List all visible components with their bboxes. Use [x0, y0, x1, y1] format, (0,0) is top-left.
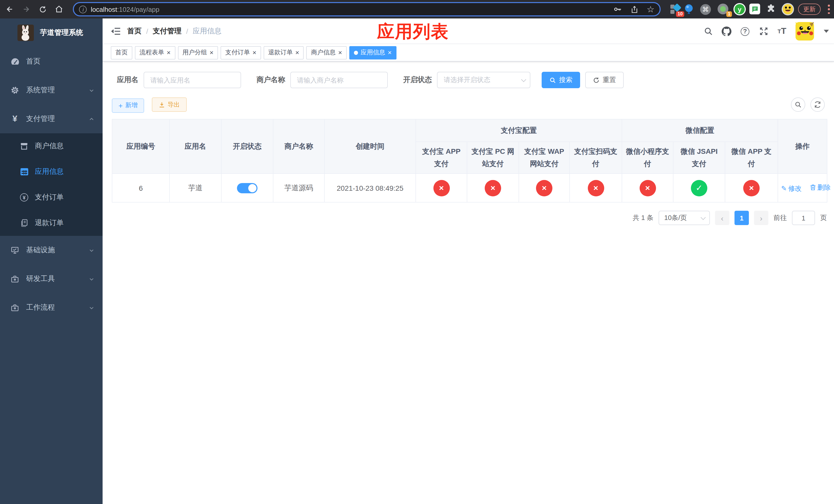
- close-icon[interactable]: ×: [253, 49, 256, 56]
- tab-home[interactable]: 首页: [111, 46, 132, 59]
- extension-grid-diamond-icon[interactable]: 10: [670, 4, 681, 15]
- goto-page-input[interactable]: [792, 211, 815, 225]
- toggle-search-button[interactable]: [791, 97, 805, 112]
- close-icon[interactable]: ×: [338, 49, 342, 56]
- tab-pay-order[interactable]: 支付订单×: [221, 46, 261, 59]
- browser-back-icon[interactable]: [5, 5, 14, 14]
- chevron-down-icon: [89, 276, 94, 282]
- yen-circle-icon: ¥: [20, 193, 29, 202]
- sidebar-item-payment[interactable]: ¥ 支付管理: [0, 105, 103, 133]
- extension-badge: 10: [676, 11, 684, 17]
- enabled-switch[interactable]: [237, 183, 258, 193]
- extensions-puzzle-icon[interactable]: [766, 4, 777, 15]
- cell-app-id: 6: [112, 174, 170, 202]
- url-text: localhost:1024/pay/app: [91, 5, 159, 13]
- page-size-select[interactable]: 10条/页: [659, 211, 710, 225]
- profile-emoji-avatar[interactable]: [782, 3, 793, 14]
- address-bar[interactable]: i localhost:1024/pay/app ☆: [73, 2, 661, 17]
- bookmark-star-icon[interactable]: ☆: [647, 5, 655, 14]
- extension-chat-icon[interactable]: [749, 4, 760, 14]
- avatar-dropdown-caret-icon[interactable]: [824, 30, 829, 33]
- col-operations: 操作: [778, 119, 827, 174]
- tab-app-info[interactable]: 应用信息×: [349, 46, 396, 59]
- col-wechat-mini: 微信小程序支付: [622, 142, 673, 174]
- browser-forward-icon[interactable]: [22, 5, 31, 14]
- next-page-button[interactable]: ›: [754, 211, 768, 225]
- font-size-icon[interactable]: TT: [777, 26, 787, 36]
- browser-reload-icon[interactable]: [38, 5, 47, 14]
- fullscreen-icon[interactable]: [759, 26, 768, 36]
- refresh-icon: [814, 101, 821, 108]
- sidebar-item-infrastructure[interactable]: 基础设施: [0, 236, 103, 265]
- help-icon[interactable]: ?: [740, 26, 750, 36]
- tab-merchant-info[interactable]: 商户信息×: [306, 46, 347, 59]
- chevron-down-icon: [89, 247, 94, 253]
- group-wechat-config: 微信配置: [622, 119, 778, 142]
- sidebar-item-refund-order[interactable]: 退款订单: [0, 210, 103, 236]
- sidebar-fold-icon[interactable]: [111, 26, 121, 37]
- tab-user-group[interactable]: 用户分组×: [178, 46, 218, 59]
- delete-button[interactable]: 删除: [810, 183, 831, 192]
- yen-icon: ¥: [10, 114, 20, 124]
- cell-created: 2021-10-23 08:49:25: [324, 174, 416, 202]
- sidebar-item-pay-order[interactable]: ¥ 支付订单: [0, 185, 103, 210]
- current-page-button[interactable]: 1: [734, 211, 749, 225]
- extension-command-icon[interactable]: ⌘: [700, 4, 711, 15]
- sidebar-item-workflow[interactable]: 工作流程: [0, 293, 103, 322]
- breadcrumb-home[interactable]: 首页: [127, 27, 141, 36]
- site-info-icon[interactable]: i: [79, 5, 87, 13]
- export-button[interactable]: 导出: [152, 97, 186, 112]
- sidebar-item-home[interactable]: 首页: [0, 47, 103, 76]
- merchant-name-input[interactable]: [290, 72, 388, 88]
- extension-badge: 1: [726, 11, 732, 17]
- search-button[interactable]: 搜索: [542, 72, 580, 88]
- briefcase-icon: [10, 304, 20, 312]
- browser-update-button[interactable]: 更新: [798, 4, 821, 15]
- close-icon[interactable]: ×: [210, 49, 213, 56]
- col-alipay-qr: 支付宝扫码支付: [570, 142, 622, 174]
- cell-app-name: 芋道: [170, 174, 221, 202]
- edit-button[interactable]: ✎修改: [781, 184, 802, 193]
- page-title: 应用列表: [377, 22, 449, 41]
- sidebar-item-app-info[interactable]: 应用信息: [0, 159, 103, 185]
- extension-balloon-icon[interactable]: [684, 4, 695, 15]
- tab-process-form[interactable]: 流程表单×: [135, 46, 175, 59]
- gear-icon: [10, 86, 20, 94]
- browser-chrome: i localhost:1024/pay/app ☆ 10 ⌘: [0, 0, 834, 19]
- password-key-icon[interactable]: [613, 5, 622, 14]
- search-icon[interactable]: [703, 26, 713, 36]
- user-avatar[interactable]: [795, 22, 814, 41]
- close-icon[interactable]: ×: [167, 49, 171, 56]
- dashboard-icon: [10, 58, 20, 65]
- breadcrumb-payment[interactable]: 支付管理: [153, 27, 181, 36]
- search-icon: [549, 77, 556, 83]
- app-logo-row[interactable]: 芋道管理系统: [0, 19, 103, 47]
- filter-form: 应用名 商户名称 开启状态 请选择开启状态 搜索 重置: [103, 62, 834, 88]
- app-name-input[interactable]: [144, 72, 241, 88]
- top-navbar: 首页 / 支付管理 / 应用信息 应用列表 ? TT: [103, 19, 834, 44]
- add-button[interactable]: + 新增: [112, 98, 144, 113]
- reset-button[interactable]: 重置: [585, 72, 624, 88]
- sidebar-item-devtools[interactable]: 研发工具: [0, 265, 103, 293]
- browser-menu-icon[interactable]: [828, 5, 830, 14]
- table-row: 6 芋道 芋道源码 2021-10-23 08:49:25 × × × × × …: [112, 174, 827, 202]
- share-icon[interactable]: [630, 5, 639, 14]
- browser-home-icon[interactable]: [54, 5, 64, 14]
- close-icon[interactable]: ×: [295, 49, 299, 56]
- sidebar-item-merchant-info[interactable]: 商户信息: [0, 133, 103, 159]
- extension-y-icon[interactable]: y: [733, 3, 746, 15]
- monitor-icon: [10, 246, 20, 254]
- refresh-icon: [593, 77, 599, 83]
- tab-refund-order[interactable]: 退款订单×: [264, 46, 304, 59]
- extension-recorder-icon[interactable]: 1: [718, 4, 729, 15]
- close-icon[interactable]: ×: [388, 49, 392, 56]
- github-icon[interactable]: [722, 26, 731, 36]
- goto-unit-label: 页: [820, 213, 827, 223]
- refresh-button[interactable]: [810, 97, 825, 112]
- toolbox-icon: [10, 275, 20, 283]
- grid-table-icon: [20, 168, 29, 175]
- prev-page-button[interactable]: ‹: [715, 211, 729, 225]
- sidebar-item-system[interactable]: 系统管理: [0, 76, 103, 105]
- status-badge: ×: [588, 180, 604, 196]
- status-select[interactable]: 请选择开启状态: [437, 72, 530, 88]
